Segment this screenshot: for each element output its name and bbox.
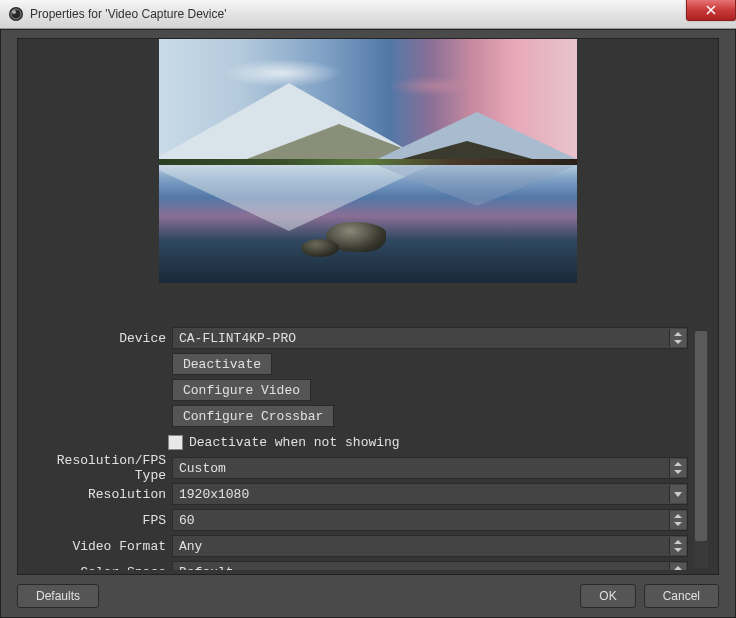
video-format-label: Video Format [18, 539, 172, 554]
spin-icon[interactable] [669, 511, 686, 529]
fps-label: FPS [18, 513, 172, 528]
resolution-fps-type-value: Custom [179, 461, 226, 476]
resolution-combo[interactable]: 1920x1080 [172, 483, 688, 505]
color-space-combo[interactable]: Default [172, 561, 688, 570]
scrollbar[interactable] [694, 331, 708, 568]
content-panel: Device CA-FLINT4KP-PRO Deactivate Config [17, 38, 719, 575]
form-area: Device CA-FLINT4KP-PRO Deactivate Config [18, 291, 688, 570]
configure-crossbar-button[interactable]: Configure Crossbar [172, 405, 334, 427]
color-space-value: Default [179, 565, 234, 571]
video-format-value: Any [179, 539, 202, 554]
video-format-combo[interactable]: Any [172, 535, 688, 557]
spin-icon[interactable] [669, 563, 686, 570]
dialog-footer: Defaults OK Cancel [17, 583, 719, 609]
fps-combo[interactable]: 60 [172, 509, 688, 531]
spin-icon[interactable] [669, 329, 686, 347]
spin-icon[interactable] [669, 537, 686, 555]
titlebar: Properties for 'Video Capture Device' [0, 0, 736, 29]
preview-area [18, 39, 718, 285]
device-combo[interactable]: CA-FLINT4KP-PRO [172, 327, 688, 349]
svg-point-2 [12, 10, 16, 14]
close-button[interactable] [686, 0, 736, 21]
ok-button[interactable]: OK [580, 584, 635, 608]
resolution-fps-type-label: Resolution/FPS Type [18, 453, 172, 483]
configure-video-button[interactable]: Configure Video [172, 379, 311, 401]
app-icon [8, 6, 24, 22]
color-space-label: Color Space [18, 565, 172, 571]
cancel-button[interactable]: Cancel [644, 584, 719, 608]
resolution-fps-type-combo[interactable]: Custom [172, 457, 688, 479]
deactivate-button[interactable]: Deactivate [172, 353, 272, 375]
deactivate-when-not-showing-label: Deactivate when not showing [189, 435, 400, 450]
chevron-down-icon[interactable] [669, 485, 686, 503]
deactivate-when-not-showing-checkbox[interactable] [168, 435, 183, 450]
defaults-button[interactable]: Defaults [17, 584, 99, 608]
dialog-body: Device CA-FLINT4KP-PRO Deactivate Config [0, 29, 736, 618]
resolution-value: 1920x1080 [179, 487, 249, 502]
device-value: CA-FLINT4KP-PRO [179, 331, 296, 346]
video-preview [159, 39, 577, 283]
fps-value: 60 [179, 513, 195, 528]
scrollbar-thumb[interactable] [695, 331, 707, 541]
window-title: Properties for 'Video Capture Device' [30, 7, 226, 21]
resolution-label: Resolution [18, 487, 172, 502]
spin-icon[interactable] [669, 459, 686, 477]
device-label: Device [18, 331, 172, 346]
